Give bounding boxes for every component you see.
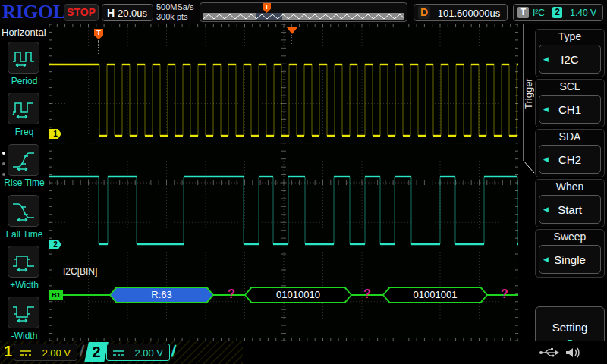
measure-pos-width-button[interactable] [8,246,39,278]
trigger-sweep-group: Sweep ◀ Single [535,229,605,278]
delay-readout-box: D 101.600000us [414,4,508,21]
trigger-type-button[interactable]: ◀ I2C [539,45,601,74]
channel1-scale-box[interactable]: 2.00 V [14,344,77,361]
period-icon [11,46,36,69]
trigger-type-group: Type ◀ I2C [535,29,605,77]
menu-page-dot [2,173,5,176]
decode-bus-label: I2C[BIN] [63,266,97,277]
horizontal-measure-menu: Horizontal Period Freq Rise Time [0,24,49,341]
trigger-type-readout: I²C [533,8,545,18]
decode-unknown-marker: ? [225,287,237,301]
menu-tab-label: Trigger [523,41,534,147]
menu-page-dot [2,162,5,165]
trigger-sda-button[interactable]: ◀ CH2 [539,145,601,174]
delay-value: 101.600000us [436,8,502,19]
left-menu-title: Horizontal [2,27,46,38]
channel-status-bar: 1 2.00 V / 2 2.00 V / [0,341,607,364]
measure-neg-width-button[interactable] [8,297,39,328]
trigger-sda-group: SDA ◀ CH2 [535,129,605,177]
top-status-bar: RIGOL STOP H 20.0us 500MSa/s 300k pts T … [0,0,607,24]
neg-width-icon [11,301,36,324]
trigger-sweep-button[interactable]: ◀ Single [539,245,601,274]
trigger-source-badge: 2 [552,7,562,18]
acquisition-info: 500MSa/s 300k pts [156,2,194,22]
trigger-status-box: T I²C 2 1.40 V [513,4,603,21]
channel2-scale-box[interactable]: 2.00 V [106,344,170,361]
trigger-moment-icon [287,27,297,34]
measure-freq-button[interactable] [8,93,39,124]
trigger-when-group: When ◀ Start [535,179,605,228]
decode-packet: 01001001 [382,287,488,303]
channel1-number[interactable]: 1 [4,343,12,360]
memory-position-preview[interactable]: T [200,2,407,22]
preview-trigger-marker-icon[interactable]: T [263,3,271,13]
measure-rise-time-label: Rise Time [0,177,49,188]
decode-packet: R:63 [109,287,214,303]
horizontal-scale-box[interactable]: H 20.0us [102,4,153,21]
speaker-icon [566,348,579,357]
delay-label: D [418,6,430,19]
bus1-marker[interactable]: B1 [49,290,63,300]
usb-icon [539,348,559,357]
measure-fall-time-label: Fall Time [0,229,49,240]
rigol-logo: RIGOL [2,2,65,23]
pos-width-icon [11,250,36,273]
freq-icon [11,97,36,120]
trigger-scl-group: SCL ◀ CH1 [535,79,605,127]
waveform-display: T 1 2 B1 I2C[BIN] R:63 ? 01010010 ? 0100… [49,24,518,341]
decode-unknown-marker: ? [361,287,373,301]
sample-rate: 500MSa/s [156,2,194,12]
trigger-menu: Trigger Type ◀ I2C SCL ◀ CH1 SDA ◀ CH2 W… [518,24,607,341]
measure-neg-width-label: -Width [0,331,49,341]
measure-freq-label: Freq [0,127,49,137]
dc-coupling-icon [112,349,124,357]
run-state-badge[interactable]: STOP [64,4,99,21]
measure-fall-time-button[interactable] [8,195,39,227]
trigger-when-button[interactable]: ◀ Start [539,195,601,224]
trigger-level-readout: 1.40 V [570,8,596,18]
trigger-scl-button[interactable]: ◀ CH1 [539,95,601,124]
status-icons [539,345,584,360]
memory-depth: 300k pts [156,12,194,22]
fall-time-icon [11,199,36,222]
decode-packet: 01010010 [244,287,352,303]
menu-page-dot [2,152,5,155]
decode-unknown-marker: ? [498,287,511,301]
horizontal-label: H [107,7,115,19]
oscilloscope-screen: RIGOL STOP H 20.0us 500MSa/s 300k pts T … [0,0,607,364]
dc-coupling-icon [20,349,32,357]
measure-pos-width-label: +Width [0,280,49,290]
trigger-moment-line [291,35,292,46]
trigger-position-line [98,40,99,55]
preview-waveform [203,13,404,20]
measure-period-button[interactable] [8,42,39,74]
rise-time-icon [11,149,36,171]
measure-rise-time-button[interactable] [8,144,39,176]
measure-period-label: Period [0,76,49,86]
channel2-number[interactable]: 2 [84,342,109,362]
horizontal-scale-value: 20.0us [118,8,147,19]
trigger-status-label: T [517,7,529,18]
